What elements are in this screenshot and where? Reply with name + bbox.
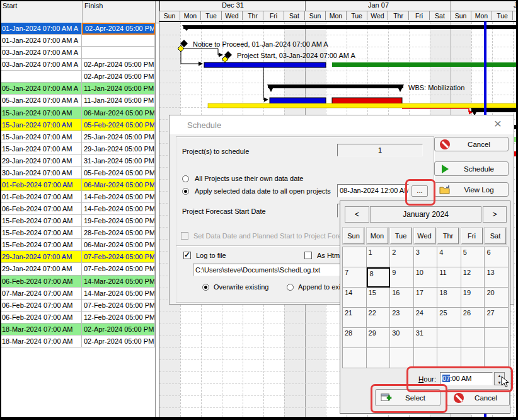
calendar-day-cell[interactable] — [343, 247, 367, 267]
calendar-day-cell[interactable] — [485, 328, 509, 348]
calendar-dow-header[interactable]: Sun — [343, 228, 364, 244]
finish-cell[interactable]: 25-Jan-2024 05:00 PM — [82, 131, 155, 143]
calendar-prev-button[interactable]: < — [345, 206, 369, 223]
task-bar-actual[interactable] — [270, 98, 326, 104]
start-cell[interactable]: 15-Jan-2024 07:00 AM — [0, 119, 82, 131]
calendar-cancel-button[interactable]: Cancel — [447, 389, 510, 406]
finish-cell[interactable]: 28-Feb-2024 05:00 PM — [82, 227, 155, 239]
calendar-day-cell[interactable]: 5 — [461, 247, 485, 267]
calendar-day-cell[interactable]: 4 — [437, 247, 461, 267]
finish-cell[interactable]: 14-Feb-2024 05:00 PM — [82, 203, 155, 215]
calendar-day-cell[interactable]: 20 — [485, 288, 509, 308]
finish-cell[interactable]: 11-Jan-2024 05:00 PM — [82, 83, 155, 95]
calendar-dow-header[interactable]: Mon — [367, 228, 388, 244]
finish-cell[interactable]: 02-Apr-2024 05:00 PM — [82, 23, 155, 35]
loe-bar[interactable] — [208, 103, 518, 108]
start-cell[interactable]: 05-Jan-2024 07:00 AM A — [0, 95, 82, 107]
calendar-day-cell[interactable]: 25 — [437, 308, 461, 328]
radio-append[interactable] — [287, 284, 294, 291]
start-cell[interactable]: 18-Mar-2024 07:00 AM — [0, 335, 82, 347]
hour-field[interactable]: 07:00 AM — [440, 372, 493, 385]
finish-cell[interactable]: 11-Jan-2024 05:00 PM — [82, 95, 155, 107]
calendar-day-cell[interactable] — [343, 348, 367, 368]
calendar-day-cell[interactable]: 30 — [390, 328, 414, 348]
calendar-day-cell[interactable]: 6 — [485, 247, 509, 267]
data-date-browse-button[interactable]: ... — [412, 185, 428, 197]
calendar-day-cell[interactable]: 19 — [461, 288, 485, 308]
start-cell[interactable]: 15-Jan-2024 07:00 AM — [0, 143, 82, 155]
panel-splitter[interactable] — [159, 0, 159, 417]
summary-bar-project[interactable] — [183, 25, 518, 29]
start-cell[interactable]: 03-Jan-2024 07:00 AM A — [0, 59, 82, 71]
log-to-file-checkbox[interactable] — [183, 252, 191, 259]
calendar-dow-header[interactable]: Sat — [485, 228, 506, 244]
calendar-dow-header[interactable]: Tue — [390, 228, 412, 244]
calendar-day-cell[interactable]: 12 — [461, 267, 485, 288]
summary-bar-wbs2[interactable] — [471, 108, 518, 112]
start-cell[interactable]: 15-Feb-2024 07:00 AM — [0, 227, 82, 239]
finish-cell[interactable]: 02-Apr-2024 05:00 PM — [82, 324, 155, 335]
calendar-day-cell[interactable]: 16 — [390, 288, 414, 308]
calendar-day-cell[interactable]: 10 — [414, 267, 438, 288]
finish-cell[interactable]: 02-Apr-2024 05:00 PM — [82, 59, 155, 71]
calendar-day-cell[interactable]: 1 — [367, 247, 391, 267]
finish-cell[interactable] — [82, 47, 155, 59]
calendar-day-cell[interactable]: 27 — [485, 308, 509, 328]
finish-cell[interactable]: 14-Mar-2024 05:00 PM — [82, 288, 155, 300]
start-cell[interactable]: 18-Mar-2024 07:00 AM — [0, 324, 82, 335]
calendar-selected-day[interactable]: 8 — [367, 267, 391, 288]
calendar-day-cell[interactable]: 7 — [343, 267, 367, 288]
start-cell[interactable]: 05-Jan-2024 07:00 AM A — [0, 83, 82, 95]
calendar-day-cell[interactable]: 26 — [461, 308, 485, 328]
calendar-day-cell[interactable]: 11 — [437, 267, 461, 288]
start-cell[interactable]: 03-Jan-2024 07:00 AM A — [0, 47, 82, 59]
calendar-day-cell[interactable]: 24 — [414, 308, 438, 328]
radio-apply-data-date[interactable] — [182, 188, 189, 195]
calendar-day-cell[interactable]: 13 — [485, 267, 509, 288]
finish-cell[interactable]: 02-Apr-2024 05:00 PM — [82, 335, 155, 347]
start-cell[interactable]: 06-Feb-2024 07:00 AM — [0, 276, 82, 288]
calendar-dow-header[interactable]: Fri — [461, 228, 483, 244]
calendar-dow-header[interactable]: Thr — [437, 228, 459, 244]
radio-overwrite-label[interactable]: Overwrite existing — [214, 283, 268, 291]
calendar-day-cell[interactable]: 15 — [367, 288, 391, 308]
start-cell[interactable]: 06-Feb-2024 07:00 AM — [0, 312, 82, 324]
finish-cell[interactable]: 06-Mar-2024 05:00 PM — [82, 179, 155, 191]
calendar-day-cell[interactable] — [437, 348, 461, 368]
set-data-date-checkbox[interactable] — [181, 232, 188, 240]
calendar-day-cell[interactable] — [390, 348, 414, 368]
start-cell[interactable]: 07-Mar-2024 07:00 AM — [0, 288, 82, 300]
radio-own-data-date[interactable] — [182, 175, 189, 182]
data-date-field[interactable]: 08-Jan-2024 12:00 AM — [337, 184, 409, 197]
calendar-day-cell[interactable] — [461, 328, 485, 348]
calendar-day-cell[interactable]: 23 — [390, 308, 414, 328]
start-cell[interactable]: 29-Jan-2024 07:00 AM — [0, 155, 82, 167]
finish-cell[interactable]: 07-Feb-2024 05:00 PM — [82, 300, 155, 312]
calendar-day-cell[interactable] — [414, 348, 438, 368]
finish-cell[interactable]: 14-Mar-2024 05:00 PM — [82, 276, 155, 288]
start-cell[interactable] — [0, 71, 82, 83]
finish-cell[interactable]: 05-Feb-2024 05:00 PM — [82, 119, 155, 131]
schedule-button[interactable]: Schedule — [434, 161, 509, 176]
calendar-day-cell[interactable]: 17 — [414, 288, 438, 308]
finish-cell[interactable]: 29-Jan-2024 05:00 PM — [82, 143, 155, 155]
finish-cell[interactable]: 14-Feb-2024 05:00 PM — [82, 191, 155, 203]
task-bar-remaining[interactable] — [332, 62, 518, 67]
radio-overwrite[interactable] — [202, 284, 209, 291]
calendar-day-cell[interactable]: 29 — [367, 328, 391, 348]
start-cell[interactable]: 15-Jan-2024 07:00 AM — [0, 131, 82, 143]
view-log-button[interactable]: View Log — [434, 182, 509, 197]
start-cell[interactable]: 01-Jan-2024 07:00 AM A — [0, 23, 82, 35]
finish-cell[interactable]: 31-Jan-2024 05:00 PM — [82, 155, 155, 167]
finish-cell[interactable] — [82, 35, 155, 47]
start-cell[interactable]: 01-Feb-2024 07:00 AM — [0, 179, 82, 191]
finish-cell[interactable]: 19-Feb-2024 05:00 PM — [82, 215, 155, 227]
calendar-day-cell[interactable] — [367, 348, 391, 368]
as-html-label[interactable]: As Html — [317, 252, 342, 259]
calendar-day-cell[interactable] — [437, 328, 461, 348]
finish-cell[interactable]: 07-Feb-2024 05:00 PM — [82, 251, 155, 263]
calendar-day-cell[interactable] — [461, 348, 485, 368]
finish-cell[interactable]: 07-Feb-2024 05:00 PM — [82, 263, 155, 275]
calendar-next-button[interactable]: > — [483, 206, 507, 223]
calendar-day-cell[interactable] — [485, 348, 509, 368]
